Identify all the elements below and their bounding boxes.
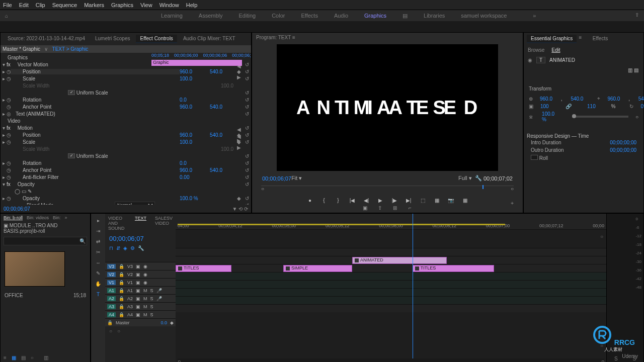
solo-left-button[interactable]: S [614,356,618,361]
seq-tab-0[interactable]: VIDEO AND SOUND [108,216,126,231]
val-position-x[interactable]: 960.0 [180,69,210,74]
val-position-x-m[interactable]: 960.0 [180,132,210,138]
ws-libraries[interactable]: Libraries [424,13,445,19]
prop-rotation[interactable]: Rotation [11,97,180,103]
tl-marker-out-icon[interactable]: ○ [109,328,112,334]
twirl-icon[interactable]: ▸ [3,174,7,180]
val-opacity[interactable]: 100.0 % [180,196,210,201]
hand-tool-icon[interactable]: ✋ [95,281,101,287]
stopwatch-icon[interactable]: ◷ [7,196,11,201]
stopwatch-icon[interactable]: ◷ [7,139,11,145]
fx-badge-icon[interactable]: fx [7,125,11,131]
lock-icon[interactable]: 🔒 [119,264,124,269]
search-icon[interactable]: 🔍 [79,238,86,244]
reset-icon[interactable]: ↺ [243,111,251,117]
track-v3-lane[interactable] [176,248,606,256]
add-marker-button[interactable]: ● [306,198,314,203]
track-a2-lane[interactable] [176,280,606,288]
val-scale-m[interactable]: 100.0 [180,139,210,145]
reset-icon[interactable]: ↺ [243,125,251,131]
stopwatch-icon[interactable]: ◷ [7,104,11,110]
twirl-icon[interactable]: ▸ [3,160,7,166]
reset-icon[interactable]: ↺ [243,203,251,205]
twirl-icon[interactable]: ▾ [3,182,7,187]
mark-out-button[interactable]: } [334,198,342,203]
eye-icon[interactable]: ◎ [7,111,11,117]
comparison-view-button[interactable]: ▦ [461,198,469,203]
scrub-end[interactable]: ○ [511,186,514,192]
prop-rotation-m[interactable]: Rotation [11,160,180,166]
reset-icon[interactable]: ↺ [243,69,251,74]
val-position-y[interactable]: 540.0 [210,69,235,74]
twirl-icon[interactable]: ▸ [3,132,7,138]
prop-motion[interactable]: Motion [13,125,243,131]
reset-icon[interactable]: ↺ [243,139,251,145]
eg-edit-tab[interactable]: Edit [551,47,560,53]
opacity-slider[interactable] [572,116,628,118]
timeline-playhead[interactable] [413,214,413,362]
toggle-output-icon[interactable]: ▣ [136,272,140,277]
share-icon[interactable]: ⇪ [635,12,639,18]
reset-icon[interactable]: ↺ [243,104,251,110]
timeline-tracks-area[interactable]: 04;0000;00;04;1200;00;05;0000;00;05;1200… [176,214,606,362]
lock-icon[interactable]: 🔗 [566,104,572,109]
eye-icon[interactable]: ◉ [528,57,532,63]
stopwatch-icon[interactable]: ◷ [7,160,11,166]
mark-in-button[interactable]: { [320,198,328,203]
val-anchor-y-m[interactable]: 540.0 [210,167,235,173]
tab-source[interactable]: Source: 2022-01-13-10-14-42.mp4 [4,35,89,43]
stopwatch-icon[interactable]: ◷ [7,97,11,103]
goto-out-button[interactable]: ▶| [405,198,413,203]
button-editor-icon[interactable]: ＋ [510,200,515,207]
fx-badge-icon[interactable]: fx [7,62,11,67]
icon-view-icon[interactable]: ▦ [12,355,16,360]
lock-icon[interactable]: 🔒 [119,296,124,301]
reset-icon[interactable]: ↺ [243,196,251,201]
prop-position[interactable]: Position [11,69,180,74]
val-position-y-m[interactable]: 540.0 [210,132,235,138]
prop-antiflicker[interactable]: Anti-flicker Filter [11,174,180,180]
prop-scale-m[interactable]: Scale [11,139,180,145]
roll-checkbox[interactable] [531,155,538,160]
eg-anchor-y[interactable]: 540.0 [638,96,644,102]
reset-icon[interactable]: ↺ [243,182,251,187]
twirl-icon[interactable]: ▸ [3,196,7,201]
effect-controls-timecode[interactable]: 00;00;06;07 [4,206,30,212]
stopwatch-icon[interactable]: ◷ [7,69,11,74]
track-v1-lane[interactable]: TITLES SIMPLE TITLES [176,264,606,272]
project-search-input[interactable] [5,239,61,244]
menu-edit[interactable]: Edit [19,2,29,8]
prop-anchor-point[interactable]: Anchor Point [11,104,180,110]
new-group-icon[interactable]: ▥ [628,67,632,73]
reset-icon[interactable]: ↺ [243,76,251,81]
lock-icon[interactable]: 🔒 [119,288,124,293]
seq-tab-2[interactable]: SALESV VIDEO [155,216,173,231]
eye-icon[interactable]: ◉ [143,264,147,269]
type-tool-icon[interactable]: T [97,292,100,297]
menu-help[interactable]: Help [186,2,198,8]
twirl-icon[interactable]: ▾ [3,62,7,67]
clip-ref-link[interactable]: TEXT > Graphic [52,46,89,52]
chevron-down-icon[interactable]: ▾ [299,175,302,181]
outro-duration-value[interactable]: 00;00;00;00 [610,147,636,153]
eg-pos-x[interactable]: 960.0 [540,96,552,102]
val-rotation[interactable]: 0.0 [180,97,210,103]
prop-position-m[interactable]: Position [11,132,180,138]
track-select-tool-icon[interactable]: ⇥ [96,228,100,234]
tab-lumetri-scopes[interactable]: Lumetri Scopes [91,35,134,43]
menu-file[interactable]: File [3,2,12,8]
prop-anchor-point-m[interactable]: Anchor Point [11,167,180,173]
reset-icon[interactable]: ↺ [243,160,251,166]
mask-rect-icon[interactable]: ▭ [22,189,26,194]
twirl-icon[interactable]: ▸ [3,97,7,103]
track-v2-lane[interactable]: ANIMATED [176,256,606,264]
bin-more-tab[interactable]: Bin: [53,215,61,220]
reset-icon[interactable]: ↺ [243,167,251,173]
reset-icon[interactable]: ↺ [243,153,251,159]
mask-pen-icon[interactable]: ✎ [28,189,32,194]
program-viewer[interactable]: A NTIMIAATESE D [277,44,498,171]
ws-custom[interactable]: samuel workspace [461,13,507,19]
track-v2-tag[interactable]: V2 [107,272,116,277]
tl-marker-in-icon[interactable]: ○ [117,328,120,334]
intro-duration-value[interactable]: 00;00;00;00 [610,140,636,145]
